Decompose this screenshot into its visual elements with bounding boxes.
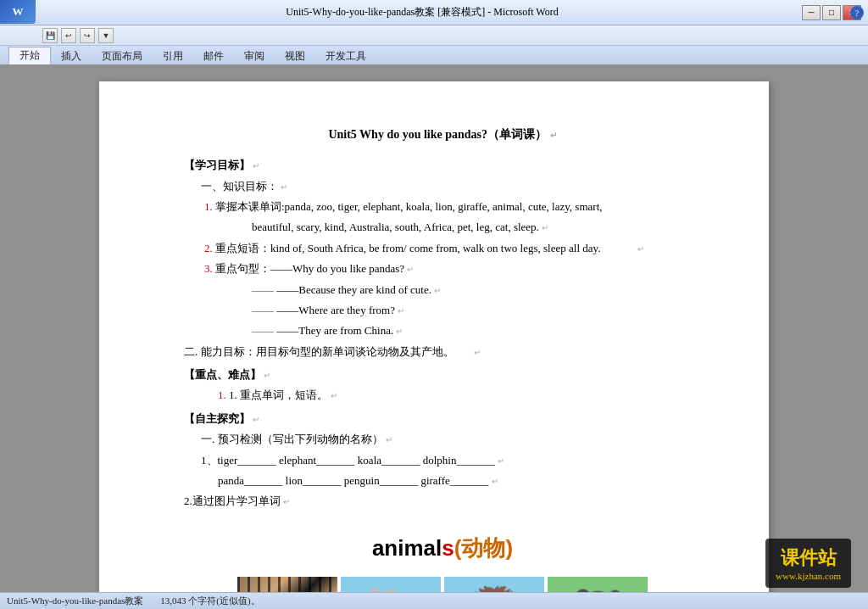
item2-line: 2. 重点短语：kind of, South Africa, be from/ … <box>184 238 701 258</box>
doc-title: Unit5 Why do you like pandas?（单词课） ↵ <box>184 124 701 145</box>
explore-header: 【自主探究】 ↵ <box>184 409 701 428</box>
help-icon[interactable]: ? <box>850 6 864 20</box>
watermark: 课件站 www.kjzhan.com <box>765 539 851 588</box>
watermark-cn-text: 课件站 <box>776 545 841 571</box>
status-doc-name: Unit5-Why-do-you-like-pandas教案 <box>7 595 143 607</box>
status-bar: Unit5-Why-do-you-like-pandas教案 13,043 个字… <box>0 592 868 609</box>
tab-home[interactable]: 开始 <box>8 47 51 64</box>
watermark-url-text: www.kjzhan.com <box>776 571 841 581</box>
section1-header: 一、知识目标： ↵ <box>184 176 701 196</box>
restore-button[interactable]: □ <box>822 5 841 20</box>
customize-qa-icon[interactable]: ▼ <box>98 28 114 43</box>
fill2-line: 2.通过图片学习单词 ↵ <box>184 491 701 511</box>
redo-icon[interactable]: ↪ <box>80 28 95 43</box>
undo-icon[interactable]: ↩ <box>61 28 76 43</box>
minimize-button[interactable]: ─ <box>802 5 821 20</box>
section2-line: 二. 能力目标：用目标句型的新单词谈论动物及其产地。 ↵ <box>184 342 701 361</box>
quick-access-toolbar: 💾 ↩ ↪ ▼ <box>0 25 868 46</box>
fill1b-line: panda_______ lion_______ penguin_______ … <box>184 471 701 490</box>
status-char-count: 13,043 个字符(近似值)。 <box>160 595 259 607</box>
tab-developer[interactable]: 开发工具 <box>315 47 376 64</box>
item3d-line: —— ——They are from China. ↵ <box>184 321 701 340</box>
lion-image <box>444 577 544 592</box>
item1b-line: beautiful, scary, kind, Australia, south… <box>184 217 701 237</box>
tab-references[interactable]: 引用 <box>153 47 193 64</box>
key-points-header: 【重点、难点】 ↵ <box>184 365 701 384</box>
fill1-line: 1、tiger_______ elephant_______ koala____… <box>184 450 701 470</box>
save-icon[interactable]: 💾 <box>42 28 58 43</box>
key-item1-line: 1. 1. 重点单词，短语。 ↵ <box>184 385 701 405</box>
item3-line: 3. 重点句型：——Why do you like pandas? ↵ <box>184 259 701 278</box>
word-app-button[interactable]: W <box>0 0 36 24</box>
preview-line: 一. 预习检测（写出下列动物的名称） ↵ <box>184 429 701 449</box>
animals-title: animals(动物) <box>184 528 701 568</box>
tab-insert[interactable]: 插入 <box>51 47 92 64</box>
tiger-image <box>237 577 337 592</box>
title-bar: W Unit5-Why-do-you-like-pandas教案 [兼容模式] … <box>0 0 868 25</box>
title-bar-text: Unit5-Why-do-you-like-pandas教案 [兼容模式] - … <box>42 5 802 20</box>
item3b-line: —— ——Because they are kind of cute. ↵ <box>184 280 701 299</box>
animals-title-red: s <box>442 535 453 561</box>
doc-title-text: Unit5 Why do you like pandas?（单词课） <box>328 128 547 141</box>
tab-view[interactable]: 视图 <box>275 47 315 64</box>
tab-review[interactable]: 审阅 <box>234 47 275 64</box>
animals-title-black: animal <box>372 535 442 561</box>
learning-goals-header: 【学习目标】 ↵ <box>184 155 701 175</box>
item3c-line: —— ——Where are they from? ↵ <box>184 300 701 320</box>
tab-page-layout[interactable]: 页面布局 <box>92 47 153 64</box>
item1-line: 1. 掌握本课单词:panda, zoo, tiger, elephant, k… <box>184 197 701 216</box>
document-scroll-area[interactable]: Unit5 Why do you like pandas?（单词课） ↵ 【学习… <box>0 64 868 592</box>
animals-section: animals(动物) <box>184 528 701 592</box>
animals-title-cn: (动物) <box>454 535 513 561</box>
panda-image <box>548 577 648 592</box>
ribbon-tabs: 开始 插入 页面布局 引用 邮件 审阅 视图 开发工具 <box>0 46 868 64</box>
animal-images-row <box>184 577 701 592</box>
document-paper: Unit5 Why do you like pandas?（单词课） ↵ 【学习… <box>99 81 769 592</box>
tab-mail[interactable]: 邮件 <box>193 47 234 64</box>
elephant-image <box>341 577 441 592</box>
